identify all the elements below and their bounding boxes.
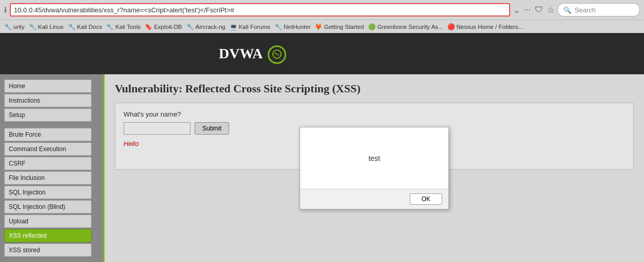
bookmark-icon-nethunter: 🔧 [274, 23, 282, 30]
search-icon: 🔍 [563, 6, 571, 14]
bookmark-label-kali-forums: Kali Forums [239, 24, 270, 30]
page-layout: Home Instructions Setup Brute Force Comm… [0, 74, 644, 262]
bookmark-label-kali-docs: Kali Docs [77, 24, 102, 30]
address-bar-row: ℹ 10.0.0.45/dvwa/vulnerabilities/xss_r?n… [0, 0, 644, 20]
bookmark-exploit-db[interactable]: 🔖 Exploit-DB [145, 23, 182, 30]
browser-chrome: ℹ 10.0.0.45/dvwa/vulnerabilities/xss_r?n… [0, 0, 644, 33]
bookmark-label-aircrack: Aircrack-ng [196, 24, 225, 30]
alert-ok-button[interactable]: OK [410, 193, 442, 205]
dvwa-logo-circle [268, 45, 286, 64]
bookmark-icon-exploit-db: 🔖 [145, 23, 152, 30]
address-text: 10.0.0.45/dvwa/vulnerabilities/xss_r?nam… [14, 6, 234, 14]
sidebar-item-upload[interactable]: Upload [4, 215, 92, 228]
bookmark-getting-started[interactable]: 🦊 Getting Started [315, 23, 363, 30]
sidebar-item-home[interactable]: Home [4, 79, 92, 93]
nav-divider [4, 123, 99, 128]
address-bar[interactable]: 10.0.0.45/dvwa/vulnerabilities/xss_r?nam… [10, 3, 510, 17]
bookmark-icon-kali-docs: 🔧 [68, 23, 76, 30]
bookmark-icon-getting-started: 🦊 [315, 23, 322, 30]
bookmark-label-nessus: Nessus Home / Folders... [457, 24, 524, 30]
bookmark-label-kali-tools: Kali Tools [115, 24, 141, 30]
search-placeholder: Search [575, 6, 596, 14]
bookmark-label-exploit-db: Exploit-DB [154, 24, 182, 30]
bookmark-icon-kali-linux: 🔧 [29, 23, 37, 30]
bookmark-label-greenbone: Greenbone Security As... [377, 24, 443, 30]
bookmark-label-security: urity [13, 24, 25, 30]
bookmark-nethunter[interactable]: 🔧 NetHunter [274, 23, 310, 30]
shield-icon[interactable]: 🛡 [535, 5, 543, 14]
alert-body: test [300, 127, 448, 189]
sidebar-item-sql-injection-blind[interactable]: SQL Injection (Blind) [4, 200, 92, 214]
bookmark-icon-nessus: 🔴 [447, 23, 455, 30]
more-icon[interactable]: ··· [524, 5, 531, 14]
browser-nav-icons: ⌄ ··· 🛡 ☆ [513, 5, 554, 15]
alert-dialog: test OK [300, 127, 449, 209]
sidebar-item-xss-stored[interactable]: XSS stored [4, 243, 92, 257]
sidebar-item-brute-force[interactable]: Brute Force [4, 128, 92, 141]
sidebar-item-setup[interactable]: Setup [4, 108, 92, 122]
bookmark-star-icon[interactable]: ☆ [547, 5, 554, 15]
bookmark-kali-docs[interactable]: 🔧 Kali Docs [68, 23, 102, 30]
sidebar-item-csrf[interactable]: CSRF [4, 157, 92, 170]
dvwa-logo-text: DVWA [219, 45, 262, 61]
bookmark-icon-kali-forums: 💻 [230, 23, 237, 30]
bookmarks-bar: 🔧 urity 🔧 Kali Linux 🔧 Kali Docs 🔧 Kali … [0, 20, 644, 33]
sidebar: Home Instructions Setup Brute Force Comm… [0, 74, 103, 262]
bookmark-kali-tools[interactable]: 🔧 Kali Tools [106, 23, 141, 30]
bookmark-label-nethunter: NetHunter [284, 24, 310, 30]
bookmark-icon-security: 🔧 [4, 23, 12, 30]
alert-overlay: test OK [105, 74, 644, 262]
sidebar-item-instructions[interactable]: Instructions [4, 94, 92, 107]
alert-footer: OK [300, 189, 448, 209]
bookmark-label-getting-started: Getting Started [324, 24, 363, 30]
bookmark-kali-forums[interactable]: 💻 Kali Forums [230, 23, 270, 30]
bookmark-security[interactable]: 🔧 urity [4, 23, 25, 30]
bookmark-nessus[interactable]: 🔴 Nessus Home / Folders... [447, 23, 524, 30]
bookmark-icon-aircrack: 🔧 [186, 23, 194, 30]
dropdown-icon[interactable]: ⌄ [513, 5, 520, 15]
bookmark-label-kali-linux: Kali Linux [38, 24, 64, 30]
dvwa-header: DVWA [0, 33, 644, 74]
sidebar-item-sql-injection[interactable]: SQL Injection [4, 186, 92, 199]
sidebar-item-file-inclusion[interactable]: File Inclusion [4, 171, 92, 185]
dvwa-logo: DVWA [219, 44, 286, 63]
sidebar-item-command-execution[interactable]: Command Execution [4, 142, 92, 156]
content-area: Vulnerability: Reflected Cross Site Scri… [103, 74, 644, 262]
info-icon[interactable]: ℹ [4, 6, 7, 14]
bookmark-greenbone[interactable]: 🟢 Greenbone Security As... [368, 23, 443, 30]
search-bar[interactable]: 🔍 Search [558, 3, 640, 17]
bookmark-kali-linux[interactable]: 🔧 Kali Linux [29, 23, 64, 30]
alert-message: test [369, 154, 380, 162]
bookmark-icon-kali-tools: 🔧 [106, 23, 114, 30]
bookmark-icon-greenbone: 🟢 [368, 23, 376, 30]
sidebar-item-xss-reflected[interactable]: XSS reflected [4, 229, 92, 242]
bookmark-aircrack[interactable]: 🔧 Aircrack-ng [186, 23, 225, 30]
